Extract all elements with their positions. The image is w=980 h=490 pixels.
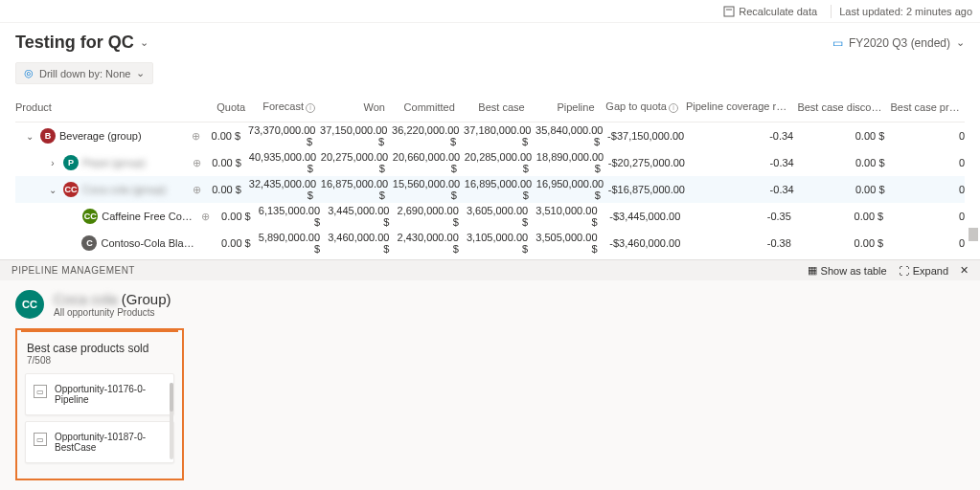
opportunity-card[interactable]: ▭Opportunity-10187-0-BestCase bbox=[25, 421, 174, 463]
col-forecast[interactable]: Forecasti bbox=[253, 100, 323, 113]
panel-title: PIPELINE MANAGEMENT bbox=[11, 265, 135, 276]
group-name: Coca cola (Group) bbox=[54, 291, 171, 307]
cell-quota: 0.00 $ bbox=[205, 184, 249, 195]
share-icon: ⊕ bbox=[193, 184, 201, 195]
top-bar: Recalculate data Last updated: 2 minutes… bbox=[0, 0, 980, 23]
expand-toggle[interactable]: ⌄ bbox=[23, 131, 36, 142]
row-badge: P bbox=[63, 155, 79, 170]
cell-won: 37,150,000.00 $ bbox=[320, 124, 392, 147]
opportunity-card[interactable]: ▭Opportunity-10176-0-Pipeline bbox=[25, 373, 174, 415]
share-icon: ⊕ bbox=[193, 157, 201, 168]
scrollbar-thumb[interactable] bbox=[170, 383, 173, 412]
show-as-table-button[interactable]: ▦Show as table bbox=[808, 264, 887, 277]
col-prod[interactable]: Best case prod... bbox=[891, 101, 965, 113]
cell-quota: 0.00 $ bbox=[214, 211, 258, 222]
col-committed[interactable]: Committed bbox=[393, 101, 463, 113]
cell-gap: -$16,875,000.00 bbox=[608, 184, 693, 195]
svg-rect-0 bbox=[724, 7, 734, 16]
last-updated: Last updated: 2 minutes ago bbox=[839, 6, 972, 17]
row-name: Caffeine Free Contoso-Cola bbox=[102, 211, 197, 222]
col-pipeline[interactable]: Pipeline bbox=[533, 101, 603, 113]
close-icon[interactable]: ✕ bbox=[960, 264, 969, 277]
cell-won: 3,445,000.00 $ bbox=[328, 205, 397, 228]
table-row[interactable]: ›PPepsi (group)⊕0.00 $40,935,000.00 $20,… bbox=[15, 149, 965, 176]
share-icon: ⊕ bbox=[192, 130, 200, 142]
expand-toggle[interactable]: ⌄ bbox=[46, 185, 59, 195]
card-scrollbar[interactable] bbox=[170, 383, 173, 459]
col-won[interactable]: Won bbox=[323, 101, 393, 113]
cell-bestcase: 20,285,000.00 $ bbox=[465, 151, 536, 174]
cell-pipeline: 18,890,000.00 $ bbox=[536, 151, 608, 174]
drill-down-button[interactable]: ◎ Drill down by: None ⌄ bbox=[15, 62, 153, 84]
chevron-down-icon: ⌄ bbox=[956, 36, 965, 49]
info-icon: i bbox=[669, 103, 678, 113]
cell-gap: -$3,460,000.00 bbox=[605, 237, 689, 249]
table-row[interactable]: CCCaffeine Free Contoso-Cola⊕0.00 $6,135… bbox=[15, 203, 965, 230]
detail-header: CC Coca cola (Group) All opportunity Pro… bbox=[15, 290, 965, 319]
period-selector[interactable]: ▭ FY2020 Q3 (ended) ⌄ bbox=[832, 36, 965, 50]
best-case-card: Best case products sold 7/508 ▭Opportuni… bbox=[15, 328, 184, 480]
col-quota[interactable]: Quota bbox=[208, 101, 253, 113]
col-gap[interactable]: Gap to quotai bbox=[603, 100, 686, 113]
info-icon: i bbox=[306, 103, 315, 113]
pipeline-panel: PIPELINE MANAGEMENT ▦Show as table ⛶Expa… bbox=[0, 259, 980, 490]
grid-scrollbar[interactable] bbox=[969, 46, 978, 241]
cell-committed: 2,430,000.00 $ bbox=[397, 232, 466, 255]
cell-disc: 0.00 $ bbox=[801, 130, 892, 142]
cell-ratio: -0.38 bbox=[688, 237, 799, 249]
table-row[interactable]: ⌄CCCoca cola (group)⊕0.00 $32,435,000.00… bbox=[15, 176, 965, 203]
cell-prod: 0 bbox=[893, 184, 966, 195]
cell-bestcase: 37,180,000.00 $ bbox=[464, 124, 536, 147]
card-count: 7/508 bbox=[27, 355, 172, 366]
expand-icon: ⛶ bbox=[899, 265, 909, 277]
share-icon: ⊕ bbox=[201, 211, 210, 222]
cell-bestcase: 3,605,000.00 $ bbox=[467, 205, 536, 228]
cell-quota: 0.00 $ bbox=[204, 130, 248, 142]
cell-committed: 2,690,000.00 $ bbox=[397, 205, 466, 228]
cell-won: 3,460,000.00 $ bbox=[328, 232, 397, 255]
cell-committed: 20,660,000.00 $ bbox=[393, 151, 465, 174]
group-avatar: CC bbox=[15, 290, 44, 319]
expand-button[interactable]: ⛶Expand bbox=[899, 265, 948, 277]
row-name: Pepsi (group) bbox=[82, 157, 146, 168]
col-bestcase[interactable]: Best case bbox=[463, 101, 533, 113]
cell-ratio: -0.34 bbox=[692, 130, 801, 142]
cell-quota: 0.00 $ bbox=[205, 157, 249, 168]
cell-pipeline: 35,840,000.00 $ bbox=[536, 124, 607, 147]
cell-disc: 0.00 $ bbox=[802, 184, 893, 195]
col-product[interactable]: Product bbox=[15, 101, 192, 113]
recalculate-label: Recalculate data bbox=[739, 6, 817, 17]
cell-prod: 0 bbox=[891, 211, 965, 222]
col-disc[interactable]: Best case discount bbox=[797, 101, 890, 113]
table-row[interactable]: ⌄BBeverage (group)⊕0.00 $73,370,000.00 $… bbox=[15, 122, 965, 149]
scrollbar-thumb[interactable] bbox=[969, 228, 978, 241]
row-name: Coca cola (group) bbox=[82, 184, 166, 195]
cell-forecast: 5,890,000.00 $ bbox=[259, 232, 328, 255]
cell-disc: 0.00 $ bbox=[799, 211, 891, 222]
cell-pipeline: 3,510,000.00 $ bbox=[536, 205, 604, 228]
document-icon: ▭ bbox=[34, 385, 47, 398]
row-name: Beverage (group) bbox=[59, 130, 142, 142]
cell-pipeline: 16,950,000.00 $ bbox=[536, 178, 608, 201]
row-badge: CC bbox=[82, 209, 98, 224]
calendar-icon: ▭ bbox=[832, 36, 843, 50]
calculator-icon bbox=[723, 6, 735, 17]
forecast-grid: Product Quota Forecasti Won Committed Be… bbox=[0, 92, 980, 256]
cell-ratio: -0.34 bbox=[693, 184, 802, 195]
row-badge: CC bbox=[63, 182, 79, 197]
col-ratio[interactable]: Pipeline coverage ratioi bbox=[686, 100, 797, 113]
cell-bestcase: 16,895,000.00 $ bbox=[465, 178, 536, 201]
cell-forecast: 32,435,000.00 $ bbox=[249, 178, 321, 201]
cell-quota: 0.00 $ bbox=[214, 237, 258, 249]
title-dropdown[interactable]: Testing for QC ⌄ bbox=[15, 33, 148, 53]
cell-disc: 0.00 $ bbox=[802, 157, 893, 168]
opportunity-name: Opportunity-10187-0-BestCase bbox=[55, 432, 166, 453]
cell-bestcase: 3,105,000.00 $ bbox=[467, 232, 536, 255]
expand-toggle[interactable]: › bbox=[46, 158, 59, 168]
cell-disc: 0.00 $ bbox=[799, 237, 891, 249]
recalculate-button[interactable]: Recalculate data bbox=[718, 4, 823, 19]
cell-gap: -$3,445,000.00 bbox=[605, 211, 689, 222]
table-row[interactable]: CContoso-Cola Black Cherry Va0.00 $5,890… bbox=[15, 230, 965, 256]
drill-label: Drill down by: None bbox=[39, 68, 130, 79]
cell-prod: 0 bbox=[891, 237, 965, 249]
